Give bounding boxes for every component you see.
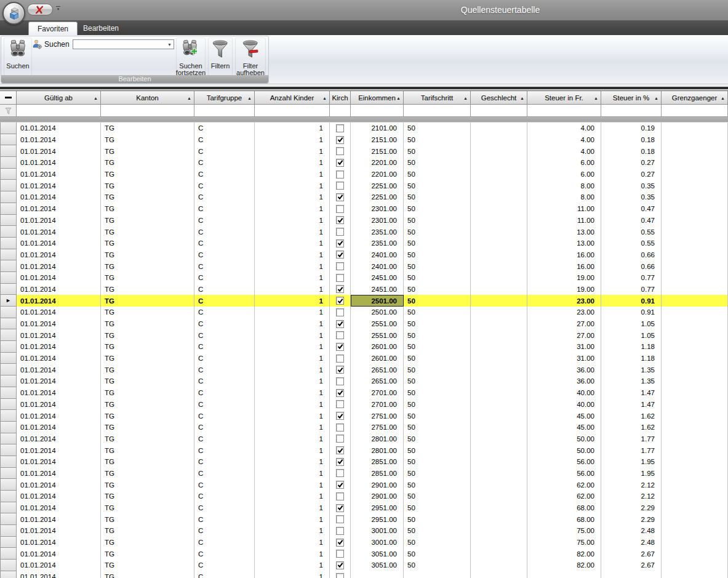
quick-access-toolbar[interactable] (27, 4, 53, 15)
cell-einkommen[interactable]: 2251.00 (351, 180, 404, 191)
table-row[interactable]: 01.01.2014TGC12251.00508.000.35 (0, 191, 728, 203)
cell-einkommen[interactable]: 2151.00 (351, 134, 404, 146)
cell-steuer_fr[interactable]: 56.00 (527, 456, 601, 468)
row-header[interactable] (0, 169, 17, 180)
cell-tarifschritt[interactable]: 50 (404, 169, 471, 180)
table-row[interactable]: 01.01.2014TGC12851.005056.001.95 (0, 468, 728, 480)
cell-anzahl_kinder[interactable]: 1 (255, 571, 330, 578)
cell-anzahl_kinder[interactable]: 1 (255, 307, 330, 318)
cell-geschlecht[interactable] (471, 134, 527, 146)
cell-kirch[interactable] (330, 145, 351, 157)
cell-gueltig_ab[interactable]: 01.01.2014 (17, 364, 101, 375)
row-header[interactable] (0, 284, 17, 295)
kirch-checkbox-unchecked[interactable] (336, 262, 344, 270)
cell-gueltig_ab[interactable]: 01.01.2014 (17, 329, 101, 341)
cell-einkommen[interactable]: 2701.00 (351, 399, 404, 411)
cell-geschlecht[interactable] (471, 203, 527, 215)
cell-geschlecht[interactable] (471, 444, 527, 456)
cell-steuer_fr[interactable]: 62.00 (527, 491, 601, 502)
cell-steuer_fr[interactable]: 82.00 (527, 560, 601, 571)
cell-gueltig_ab[interactable]: 01.01.2014 (17, 145, 101, 157)
cell-tarifgruppe[interactable]: C (194, 364, 255, 375)
cell-steuer_pct[interactable]: 0.55 (601, 226, 662, 238)
cell-kirch[interactable] (330, 329, 351, 341)
cell-grenzgaenger[interactable] (662, 468, 728, 480)
cell-gueltig_ab[interactable]: 01.01.2014 (17, 157, 101, 169)
cell-anzahl_kinder[interactable]: 1 (255, 468, 330, 480)
suchen-button[interactable]: Suchen (4, 38, 32, 76)
cell-einkommen[interactable]: 2751.00 (351, 410, 404, 422)
cell-kanton[interactable]: TG (101, 410, 194, 422)
cell-anzahl_kinder[interactable]: 1 (255, 410, 330, 422)
filtern-button[interactable]: Filtern (208, 38, 233, 76)
cell-kanton[interactable]: TG (101, 134, 194, 146)
cell-anzahl_kinder[interactable]: 1 (255, 444, 330, 456)
cell-geschlecht[interactable] (471, 249, 527, 261)
kirch-checkbox-unchecked[interactable] (336, 515, 344, 523)
cell-kirch[interactable] (330, 444, 351, 456)
cell-tarifgruppe[interactable]: C (194, 329, 255, 341)
table-row[interactable]: 01.01.2014TGC12951.005068.002.29 (0, 513, 728, 525)
cell-anzahl_kinder[interactable]: 1 (255, 433, 330, 445)
filter-cell-gueltig_ab[interactable] (17, 105, 101, 117)
cell-steuer_pct[interactable]: 0.35 (601, 191, 662, 203)
cell-steuer_fr[interactable]: 8.00 (527, 191, 601, 203)
kirch-checkbox-unchecked[interactable] (336, 274, 344, 282)
cell-anzahl_kinder[interactable]: 1 (255, 537, 330, 548)
cell-grenzgaenger[interactable] (662, 375, 728, 387)
cell-grenzgaenger[interactable] (662, 433, 728, 445)
cell-grenzgaenger[interactable] (662, 249, 728, 261)
cell-steuer_fr[interactable]: 4.00 (527, 122, 601, 134)
cell-geschlecht[interactable] (471, 537, 527, 548)
cell-anzahl_kinder[interactable]: 1 (255, 295, 330, 307)
cell-steuer_pct[interactable]: 2.48 (601, 537, 662, 548)
cell-grenzgaenger[interactable] (662, 169, 728, 180)
cell-einkommen[interactable]: 2851.00 (351, 468, 404, 480)
kirch-checkbox-checked[interactable] (336, 504, 344, 512)
cell-einkommen[interactable]: 2801.00 (351, 433, 404, 445)
cell-einkommen[interactable]: 2251.00 (351, 191, 404, 203)
cell-anzahl_kinder[interactable]: 1 (255, 180, 330, 191)
row-header[interactable] (0, 180, 17, 191)
row-header[interactable] (0, 433, 17, 445)
cell-tarifschritt[interactable]: 50 (404, 479, 471, 491)
cell-kanton[interactable]: TG (101, 122, 194, 134)
cell-anzahl_kinder[interactable]: 1 (255, 329, 330, 341)
cell-tarifschritt[interactable]: 50 (404, 399, 471, 411)
cell-tarifgruppe[interactable]: C (194, 548, 255, 560)
cell-geschlecht[interactable] (471, 272, 527, 284)
kirch-checkbox-unchecked[interactable] (336, 550, 344, 558)
filter-cell-kirch[interactable] (330, 105, 351, 117)
filter-cell-tarifgruppe[interactable] (194, 105, 255, 117)
cell-geschlecht[interactable] (471, 180, 527, 191)
cell-anzahl_kinder[interactable]: 1 (255, 284, 330, 295)
cell-einkommen[interactable]: 2751.00 (351, 422, 404, 433)
cell-tarifschritt[interactable]: 50 (404, 238, 471, 249)
cell-steuer_fr[interactable]: 6.00 (527, 169, 601, 180)
row-header[interactable] (0, 341, 17, 353)
cell-steuer_pct[interactable]: 2.12 (601, 479, 662, 491)
cell-tarifgruppe[interactable]: C (194, 525, 255, 537)
cell-tarifgruppe[interactable]: C (194, 399, 255, 411)
row-header[interactable] (0, 410, 17, 422)
cell-gueltig_ab[interactable]: 01.01.2014 (17, 456, 101, 468)
kirch-checkbox-checked[interactable] (336, 412, 344, 420)
kirch-checkbox-checked[interactable] (336, 285, 344, 293)
cell-grenzgaenger[interactable] (662, 502, 728, 514)
cell-geschlecht[interactable] (471, 307, 527, 318)
cell-anzahl_kinder[interactable]: 1 (255, 399, 330, 411)
row-header[interactable] (0, 525, 17, 537)
kirch-checkbox-unchecked[interactable] (336, 492, 344, 500)
cell-kanton[interactable]: TG (101, 226, 194, 238)
cell-kirch[interactable] (330, 272, 351, 284)
cell-kanton[interactable]: TG (101, 272, 194, 284)
cell-gueltig_ab[interactable]: 01.01.2014 (17, 169, 101, 180)
kirch-checkbox-checked[interactable] (336, 343, 344, 351)
cell-steuer_pct[interactable]: 2.67 (601, 548, 662, 560)
cell-gueltig_ab[interactable]: 01.01.2014 (17, 422, 101, 433)
cell-geschlecht[interactable] (471, 433, 527, 445)
table-row[interactable]: 01.01.2014TGC12751.005045.001.62 (0, 422, 728, 433)
cell-grenzgaenger[interactable] (662, 422, 728, 433)
cell-steuer_fr[interactable]: 27.00 (527, 318, 601, 330)
row-header[interactable] (0, 238, 17, 249)
